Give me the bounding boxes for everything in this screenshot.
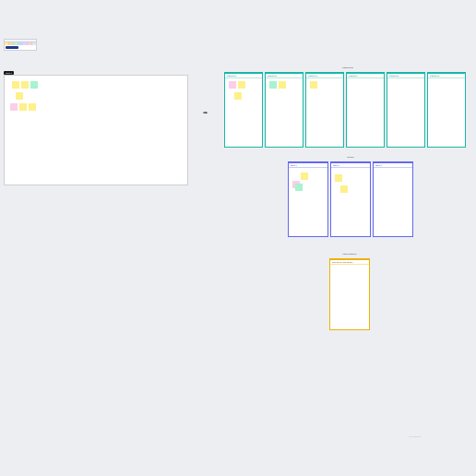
topics-title: Temas: [288, 156, 413, 159]
add-note-button[interactable]: [6, 46, 18, 49]
sticky-note[interactable]: [238, 81, 245, 89]
interpretation-header: Resumen en una oración: [330, 260, 369, 265]
category-column-1[interactable]: Categoría 1: [224, 72, 263, 148]
categories-title: Categorías: [224, 66, 471, 69]
category-column-3[interactable]: Categoría 3: [305, 72, 344, 148]
category-header: Categoría 2: [266, 74, 303, 78]
category-column-2[interactable]: Categoría 2: [265, 72, 303, 148]
color-gray[interactable]: [32, 42, 36, 45]
topics-row: Tema 1 Tema 2 Tema 3: [288, 161, 413, 237]
sticky-note[interactable]: [310, 81, 317, 89]
topic-header: Tema 1: [289, 163, 327, 168]
sticky-note[interactable]: [30, 81, 38, 89]
sticky-note[interactable]: [340, 185, 348, 193]
topic-column-1[interactable]: Tema 1: [288, 161, 328, 237]
interpretation-title: Interpretación: [308, 253, 391, 256]
sticky-note[interactable]: [19, 103, 27, 111]
sticky-note[interactable]: [16, 92, 23, 100]
sticky-note[interactable]: [21, 81, 29, 89]
sticky-palette[interactable]: [4, 39, 37, 51]
sticky-note[interactable]: [269, 81, 277, 89]
category-header: Categoría 5: [387, 74, 424, 78]
sticky-note[interactable]: [295, 184, 303, 191]
brainstorm-board[interactable]: [4, 75, 188, 185]
arrow-right-icon: ➡: [203, 109, 208, 115]
category-column-5[interactable]: Categoría 5: [387, 72, 425, 148]
interpretation-column[interactable]: Resumen en una oración: [329, 258, 370, 330]
category-column-4[interactable]: Categoría 4: [346, 72, 385, 148]
category-header: Categoría 4: [347, 74, 384, 78]
category-column-6[interactable]: Categoría 6: [427, 72, 466, 148]
sticky-note[interactable]: [12, 81, 19, 89]
sticky-note[interactable]: [335, 174, 342, 182]
topic-column-3[interactable]: Tema 3: [373, 161, 413, 237]
sticky-note[interactable]: [279, 81, 286, 89]
sticky-note[interactable]: [234, 92, 242, 100]
palette-colors[interactable]: [5, 42, 36, 45]
category-header: Categoría 6: [428, 74, 465, 78]
sticky-note[interactable]: [229, 81, 236, 89]
palette-footer: [5, 45, 36, 50]
sticky-note[interactable]: [301, 173, 308, 180]
topic-header: Tema 3: [374, 163, 412, 168]
categories-row: Categoría 1 Categoría 2 Categoría 3 Cate…: [224, 72, 466, 148]
sticky-note[interactable]: [10, 103, 18, 111]
category-header: Categoría 1: [225, 74, 262, 78]
topic-header: Tema 2: [331, 163, 370, 168]
topic-column-2[interactable]: Tema 2: [330, 161, 371, 237]
sticky-note[interactable]: [29, 103, 36, 111]
footer-credit: Mural template: [409, 435, 421, 437]
category-header: Categoría 3: [306, 74, 343, 78]
